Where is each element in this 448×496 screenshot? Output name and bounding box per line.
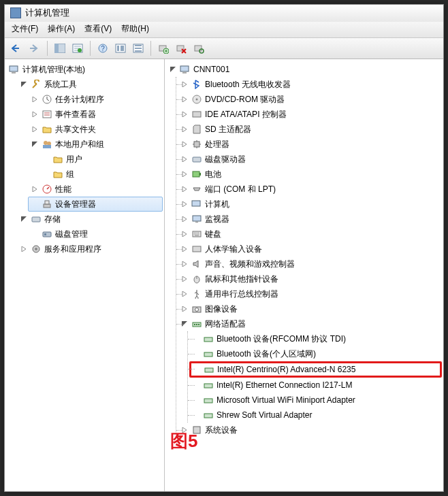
node-system-tools[interactable]: 系统工具 bbox=[17, 77, 163, 92]
expand-arrow-icon[interactable] bbox=[180, 155, 189, 163]
collapse-arrow-icon[interactable] bbox=[31, 140, 39, 148]
expand-arrow-icon[interactable] bbox=[180, 200, 189, 208]
cat-mouse[interactable]: 鼠标和其他指针设备 bbox=[178, 271, 442, 286]
menu-view[interactable]: 查看(V) bbox=[84, 24, 112, 35]
expand-arrow-icon[interactable] bbox=[180, 245, 189, 253]
expand-arrow-icon[interactable] bbox=[180, 140, 189, 148]
cat-sound[interactable]: 声音、视频和游戏控制器 bbox=[178, 257, 442, 271]
expand-arrow-icon[interactable] bbox=[180, 305, 189, 313]
bluetooth-icon bbox=[191, 79, 202, 90]
node-label: Bluetooth 设备(RFCOMM 协议 TDI) bbox=[217, 334, 346, 345]
port-icon bbox=[191, 184, 202, 195]
mmc-tree[interactable]: 计算机管理(本地) 系统工具 bbox=[6, 62, 163, 257]
collapse-arrow-icon[interactable] bbox=[169, 65, 177, 73]
expand-arrow-icon[interactable] bbox=[180, 80, 189, 88]
cat-battery[interactable]: 电池 bbox=[178, 167, 442, 182]
properties-button[interactable] bbox=[69, 40, 86, 56]
right-pane[interactable]: CNNT001 Bluetooth 无线电收发器 DVD/CD-ROM 驱动器 … bbox=[165, 59, 443, 491]
net-adapter-item[interactable]: Bluetooth 设备(个人区域网) bbox=[189, 346, 442, 361]
expand-arrow-icon[interactable] bbox=[31, 95, 39, 103]
node-label: 键盘 bbox=[205, 229, 221, 240]
cat-sd[interactable]: SD 主适配器 bbox=[178, 122, 442, 137]
expand-arrow-icon[interactable] bbox=[180, 95, 189, 103]
device-root[interactable]: CNNT001 bbox=[166, 62, 442, 77]
cat-usb[interactable]: 通用串行总线控制器 bbox=[178, 286, 442, 301]
expand-arrow-icon[interactable] bbox=[31, 110, 39, 118]
sound-icon bbox=[191, 259, 202, 269]
cat-cpu[interactable]: 处理器 bbox=[178, 137, 442, 152]
node-label: DVD/CD-ROM 驱动器 bbox=[205, 95, 285, 105]
cat-monitor[interactable]: 监视器 bbox=[178, 212, 442, 227]
net-adapter-item[interactable]: Bluetooth 设备(RFCOMM 协议 TDI) bbox=[189, 331, 442, 346]
node-performance[interactable]: 性能 bbox=[28, 182, 163, 197]
update-driver-button[interactable] bbox=[191, 40, 207, 56]
cat-keyboard[interactable]: 键盘 bbox=[178, 227, 442, 242]
node-local-users[interactable]: 本地用户和组 bbox=[28, 137, 163, 152]
node-storage[interactable]: 存储 bbox=[17, 212, 163, 227]
svg-rect-35 bbox=[194, 142, 199, 147]
diskmgmt-icon bbox=[42, 229, 52, 239]
svg-rect-23 bbox=[44, 204, 50, 208]
svg-point-19 bbox=[44, 141, 48, 145]
cat-hid[interactable]: 人体学输入设备 bbox=[178, 242, 442, 257]
cat-computer[interactable]: 计算机 bbox=[178, 197, 442, 212]
expand-arrow-icon[interactable] bbox=[31, 125, 39, 133]
collapse-arrow-icon[interactable] bbox=[180, 320, 189, 328]
left-pane[interactable]: 计算机管理(本地) 系统工具 bbox=[5, 59, 165, 491]
menu-file[interactable]: 文件(F) bbox=[12, 24, 38, 35]
node-services-apps[interactable]: 服务和应用程序 bbox=[17, 242, 163, 257]
expand-arrow-icon[interactable] bbox=[180, 275, 189, 283]
collapse-arrow-icon[interactable] bbox=[20, 215, 28, 223]
net-adapter-item-highlighted[interactable]: Intel(R) Centrino(R) Advanced-N 6235 bbox=[189, 361, 442, 378]
expand-arrow-icon[interactable] bbox=[31, 185, 39, 193]
folder-icon bbox=[52, 169, 63, 180]
node-eventvwr[interactable]: 事件查看器 bbox=[28, 107, 163, 122]
expand-arrow-icon[interactable] bbox=[180, 110, 189, 118]
expand-arrow-icon[interactable] bbox=[180, 170, 189, 178]
refresh-button[interactable] bbox=[112, 40, 129, 56]
net-adapter-item[interactable]: Microsoft Virtual WiFi Miniport Adapter bbox=[189, 393, 442, 408]
forward-button[interactable] bbox=[27, 40, 43, 56]
menu-action[interactable]: 操作(A) bbox=[48, 24, 75, 35]
expand-arrow-icon[interactable] bbox=[20, 245, 28, 253]
eventvwr-icon bbox=[42, 109, 52, 120]
usb-icon bbox=[191, 288, 202, 299]
controller-icon bbox=[191, 109, 202, 120]
node-scheduler[interactable]: 任务计划程序 bbox=[28, 92, 163, 107]
expand-arrow-icon[interactable] bbox=[180, 185, 189, 193]
toolbar-sep bbox=[90, 41, 91, 56]
device-tree[interactable]: CNNT001 Bluetooth 无线电收发器 DVD/CD-ROM 驱动器 … bbox=[166, 62, 442, 437]
cat-bluetooth[interactable]: Bluetooth 无线电收发器 bbox=[178, 77, 442, 92]
node-shares[interactable]: 共享文件夹 bbox=[28, 122, 163, 137]
expand-arrow-icon[interactable] bbox=[180, 215, 189, 223]
menu-help[interactable]: 帮助(H) bbox=[121, 24, 149, 35]
back-button[interactable] bbox=[9, 40, 25, 56]
net-adapter-item[interactable]: Shrew Soft Virtual Adapter bbox=[189, 408, 442, 423]
node-label: 任务计划程序 bbox=[55, 95, 104, 105]
expand-arrow-icon[interactable] bbox=[180, 260, 189, 268]
cat-ide[interactable]: IDE ATA/ATAPI 控制器 bbox=[178, 107, 442, 122]
net-adapter-item[interactable]: Intel(R) Ethernet Connection I217-LM bbox=[189, 378, 442, 393]
cat-ports[interactable]: 端口 (COM 和 LPT) bbox=[178, 182, 442, 197]
help-button[interactable]: ? bbox=[95, 40, 111, 56]
node-diskmgmt[interactable]: 磁盘管理 bbox=[28, 227, 163, 242]
show-hide-tree-button[interactable] bbox=[52, 40, 68, 56]
monitor-icon bbox=[191, 214, 202, 225]
expand-arrow-icon[interactable] bbox=[180, 290, 189, 298]
cat-imaging[interactable]: 图像设备 bbox=[178, 301, 442, 316]
node-root[interactable]: 计算机管理(本地) bbox=[6, 62, 163, 77]
node-users[interactable]: 用户 bbox=[39, 152, 163, 167]
cat-dvd[interactable]: DVD/CD-ROM 驱动器 bbox=[178, 92, 442, 107]
scan-hardware-button[interactable] bbox=[155, 40, 172, 56]
collapse-arrow-icon[interactable] bbox=[20, 80, 28, 88]
cat-system[interactable]: 系统设备 bbox=[178, 423, 442, 437]
node-groups[interactable]: 组 bbox=[39, 167, 163, 182]
expand-arrow-icon[interactable] bbox=[180, 125, 189, 133]
cat-disk[interactable]: 磁盘驱动器 bbox=[178, 152, 442, 167]
view-list-button[interactable] bbox=[130, 40, 146, 56]
cat-network[interactable]: 网络适配器 bbox=[178, 316, 442, 331]
expand-arrow-icon[interactable] bbox=[180, 230, 189, 238]
network-icon bbox=[191, 318, 202, 329]
node-device-manager[interactable]: 设备管理器 bbox=[28, 197, 163, 212]
uninstall-device-button[interactable] bbox=[173, 40, 189, 56]
